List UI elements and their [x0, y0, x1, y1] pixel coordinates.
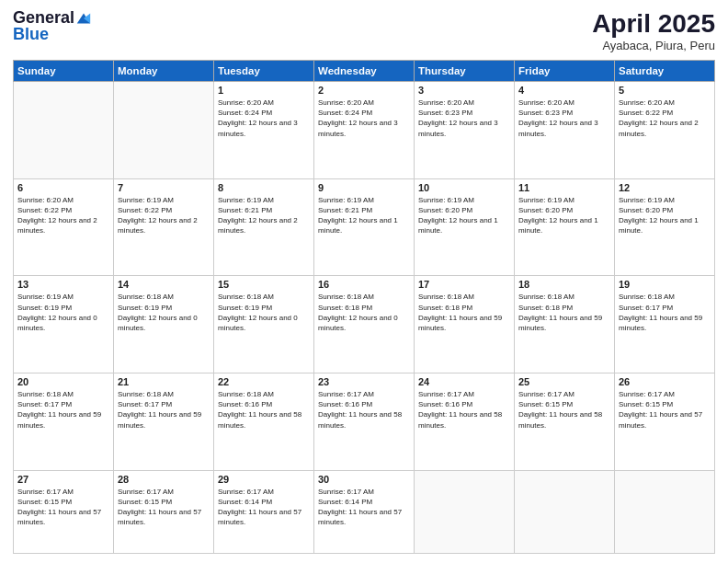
day-info: Sunrise: 6:20 AM Sunset: 6:22 PM Dayligh… [619, 98, 711, 139]
day-info: Sunrise: 6:19 AM Sunset: 6:20 PM Dayligh… [619, 195, 711, 236]
day-info: Sunrise: 6:19 AM Sunset: 6:19 PM Dayligh… [17, 292, 109, 333]
col-friday: Friday [515, 61, 615, 82]
calendar-week-row: 20Sunrise: 6:18 AM Sunset: 6:17 PM Dayli… [14, 373, 715, 471]
col-tuesday: Tuesday [214, 61, 314, 82]
table-row: 29Sunrise: 6:17 AM Sunset: 6:14 PM Dayli… [214, 470, 314, 553]
table-row: 6Sunrise: 6:20 AM Sunset: 6:22 PM Daylig… [14, 178, 114, 276]
day-info: Sunrise: 6:19 AM Sunset: 6:21 PM Dayligh… [218, 195, 310, 236]
table-row: 2Sunrise: 6:20 AM Sunset: 6:24 PM Daylig… [314, 82, 415, 179]
table-row: 15Sunrise: 6:18 AM Sunset: 6:19 PM Dayli… [214, 276, 314, 373]
day-info: Sunrise: 6:17 AM Sunset: 6:14 PM Dayligh… [218, 487, 310, 528]
day-number: 6 [17, 182, 109, 193]
calendar-week-row: 1Sunrise: 6:20 AM Sunset: 6:24 PM Daylig… [14, 82, 715, 179]
day-number: 23 [318, 376, 410, 387]
day-number: 22 [218, 376, 310, 387]
table-row: 26Sunrise: 6:17 AM Sunset: 6:15 PM Dayli… [615, 373, 715, 471]
table-row: 30Sunrise: 6:17 AM Sunset: 6:14 PM Dayli… [314, 470, 415, 553]
month-title: April 2025 [592, 9, 715, 39]
day-number: 21 [118, 376, 210, 387]
col-sunday: Sunday [14, 61, 114, 82]
day-info: Sunrise: 6:20 AM Sunset: 6:22 PM Dayligh… [17, 195, 109, 236]
table-row: 19Sunrise: 6:18 AM Sunset: 6:17 PM Dayli… [615, 276, 715, 373]
table-row: 27Sunrise: 6:17 AM Sunset: 6:15 PM Dayli… [14, 470, 114, 553]
table-row: 21Sunrise: 6:18 AM Sunset: 6:17 PM Dayli… [114, 373, 214, 471]
table-row [14, 82, 114, 179]
day-number: 1 [218, 85, 310, 96]
day-number: 27 [17, 474, 109, 485]
day-number: 28 [118, 474, 210, 485]
weekday-header-row: Sunday Monday Tuesday Wednesday Thursday… [14, 61, 715, 82]
day-info: Sunrise: 6:17 AM Sunset: 6:14 PM Dayligh… [318, 487, 410, 528]
table-row: 4Sunrise: 6:20 AM Sunset: 6:23 PM Daylig… [515, 82, 615, 179]
table-row: 20Sunrise: 6:18 AM Sunset: 6:17 PM Dayli… [14, 373, 114, 471]
day-number: 8 [218, 182, 310, 193]
table-row: 24Sunrise: 6:17 AM Sunset: 6:16 PM Dayli… [415, 373, 515, 471]
table-row: 17Sunrise: 6:18 AM Sunset: 6:18 PM Dayli… [415, 276, 515, 373]
day-number: 14 [118, 279, 210, 290]
day-number: 19 [619, 279, 711, 290]
logo: General Blue [13, 9, 92, 44]
table-row: 1Sunrise: 6:20 AM Sunset: 6:24 PM Daylig… [214, 82, 314, 179]
table-row: 5Sunrise: 6:20 AM Sunset: 6:22 PM Daylig… [615, 82, 715, 179]
day-info: Sunrise: 6:18 AM Sunset: 6:19 PM Dayligh… [218, 292, 310, 333]
day-number: 12 [619, 182, 711, 193]
day-number: 29 [218, 474, 310, 485]
day-number: 3 [418, 85, 510, 96]
day-info: Sunrise: 6:18 AM Sunset: 6:19 PM Dayligh… [118, 292, 210, 333]
day-info: Sunrise: 6:17 AM Sunset: 6:15 PM Dayligh… [118, 487, 210, 528]
table-row: 8Sunrise: 6:19 AM Sunset: 6:21 PM Daylig… [214, 178, 314, 276]
day-number: 16 [318, 279, 410, 290]
col-monday: Monday [114, 61, 214, 82]
table-row: 22Sunrise: 6:18 AM Sunset: 6:16 PM Dayli… [214, 373, 314, 471]
day-number: 30 [318, 474, 410, 485]
day-number: 18 [518, 279, 610, 290]
calendar-week-row: 13Sunrise: 6:19 AM Sunset: 6:19 PM Dayli… [14, 276, 715, 373]
table-row: 25Sunrise: 6:17 AM Sunset: 6:15 PM Dayli… [515, 373, 615, 471]
day-info: Sunrise: 6:17 AM Sunset: 6:16 PM Dayligh… [318, 389, 410, 431]
col-saturday: Saturday [615, 61, 715, 82]
table-row: 11Sunrise: 6:19 AM Sunset: 6:20 PM Dayli… [515, 178, 615, 276]
day-info: Sunrise: 6:20 AM Sunset: 6:24 PM Dayligh… [318, 98, 410, 139]
day-info: Sunrise: 6:19 AM Sunset: 6:20 PM Dayligh… [518, 195, 610, 236]
day-info: Sunrise: 6:18 AM Sunset: 6:18 PM Dayligh… [518, 292, 610, 333]
day-info: Sunrise: 6:20 AM Sunset: 6:23 PM Dayligh… [418, 98, 510, 139]
day-number: 10 [418, 182, 510, 193]
day-number: 9 [318, 182, 410, 193]
table-row: 28Sunrise: 6:17 AM Sunset: 6:15 PM Dayli… [114, 470, 214, 553]
col-thursday: Thursday [415, 61, 515, 82]
table-row: 3Sunrise: 6:20 AM Sunset: 6:23 PM Daylig… [415, 82, 515, 179]
day-info: Sunrise: 6:18 AM Sunset: 6:18 PM Dayligh… [318, 292, 410, 333]
table-row: 16Sunrise: 6:18 AM Sunset: 6:18 PM Dayli… [314, 276, 415, 373]
table-row: 9Sunrise: 6:19 AM Sunset: 6:21 PM Daylig… [314, 178, 415, 276]
day-number: 20 [17, 376, 109, 387]
day-number: 13 [17, 279, 109, 290]
day-number: 26 [619, 376, 711, 387]
table-row [415, 470, 515, 553]
calendar-week-row: 27Sunrise: 6:17 AM Sunset: 6:15 PM Dayli… [14, 470, 715, 553]
day-info: Sunrise: 6:17 AM Sunset: 6:15 PM Dayligh… [518, 389, 610, 431]
calendar-week-row: 6Sunrise: 6:20 AM Sunset: 6:22 PM Daylig… [14, 178, 715, 276]
table-row: 13Sunrise: 6:19 AM Sunset: 6:19 PM Dayli… [14, 276, 114, 373]
day-info: Sunrise: 6:20 AM Sunset: 6:24 PM Dayligh… [218, 98, 310, 139]
day-info: Sunrise: 6:19 AM Sunset: 6:22 PM Dayligh… [118, 195, 210, 236]
day-info: Sunrise: 6:20 AM Sunset: 6:23 PM Dayligh… [518, 98, 610, 139]
day-number: 2 [318, 85, 410, 96]
logo-blue: Blue [13, 26, 92, 44]
day-info: Sunrise: 6:18 AM Sunset: 6:17 PM Dayligh… [118, 389, 210, 431]
table-row: 23Sunrise: 6:17 AM Sunset: 6:16 PM Dayli… [314, 373, 415, 471]
table-row: 14Sunrise: 6:18 AM Sunset: 6:19 PM Dayli… [114, 276, 214, 373]
day-number: 7 [118, 182, 210, 193]
day-number: 17 [418, 279, 510, 290]
table-row [515, 470, 615, 553]
day-number: 24 [418, 376, 510, 387]
day-info: Sunrise: 6:19 AM Sunset: 6:21 PM Dayligh… [318, 195, 410, 236]
day-number: 11 [518, 182, 610, 193]
table-row: 7Sunrise: 6:19 AM Sunset: 6:22 PM Daylig… [114, 178, 214, 276]
logo-icon [75, 10, 92, 27]
calendar-table: Sunday Monday Tuesday Wednesday Thursday… [13, 60, 715, 554]
title-block: April 2025 Ayabaca, Piura, Peru [592, 9, 715, 52]
day-info: Sunrise: 6:17 AM Sunset: 6:16 PM Dayligh… [418, 389, 510, 431]
table-row [114, 82, 214, 179]
day-info: Sunrise: 6:18 AM Sunset: 6:17 PM Dayligh… [17, 389, 109, 431]
day-number: 15 [218, 279, 310, 290]
